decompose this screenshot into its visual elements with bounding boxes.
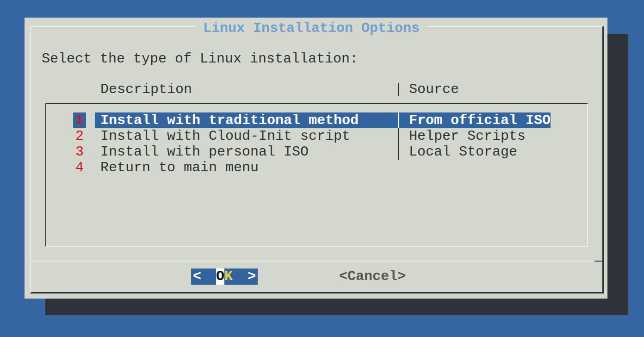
menu-item-source: Helper Scripts [409, 128, 526, 144]
ok-button[interactable]: < O K > [191, 268, 258, 285]
ok-cursor-char: O [216, 268, 224, 285]
terminal-screen: Linux Installation Options Select the ty… [0, 0, 644, 337]
selection-tag-cell: 1 [73, 112, 86, 128]
menu-item-3[interactable]: 3 Install with personal ISO Local Storag… [45, 144, 588, 160]
menu-item-4[interactable]: 4 Return to main menu [45, 160, 588, 175]
column-separator-selected [398, 112, 399, 128]
dialog-title: Linux Installation Options [197, 20, 426, 36]
menu-item-1[interactable]: 1 Install with traditional method From o… [45, 112, 588, 128]
column-header-source: Source [409, 81, 459, 97]
menu-item-tag: 4 [75, 160, 84, 175]
column-separator-header [398, 83, 399, 96]
menu-item-tag: 3 [75, 144, 84, 160]
menu-item-description: Install with Cloud-Init script [100, 128, 350, 144]
cancel-button[interactable]: <Cancel> [339, 268, 406, 285]
menu-item-description: Return to main menu [100, 160, 259, 175]
menu-item-source: From official ISO [409, 112, 551, 128]
dialog-message: Select the type of Linux installation: [42, 51, 358, 67]
dialog-window: Linux Installation Options Select the ty… [25, 18, 607, 299]
ok-bracket-left: < [193, 268, 201, 285]
menu-item-source: Local Storage [409, 144, 517, 160]
menu-item-tag: 1 [75, 112, 84, 128]
ok-hotkey-char: K [224, 268, 233, 285]
menu-item-2[interactable]: 2 Install with Cloud-Init script Helper … [45, 128, 588, 144]
menu-item-description: Install with personal ISO [100, 144, 309, 160]
menu-item-description: Install with traditional method [100, 112, 359, 128]
column-header-description: Description [100, 81, 192, 97]
ok-bracket-right: > [248, 268, 256, 285]
separator-end-notch [594, 261, 603, 262]
menu-item-tag: 2 [75, 128, 84, 144]
button-area-separator [31, 261, 603, 262]
